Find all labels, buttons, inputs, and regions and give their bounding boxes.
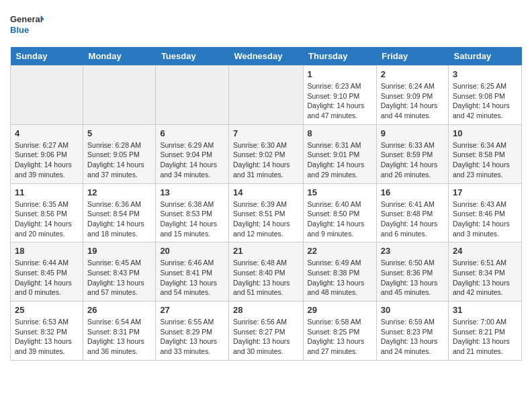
calendar-cell: 29Sunrise: 6:58 AM Sunset: 8:25 PM Dayli… — [303, 302, 376, 361]
day-number: 25 — [15, 305, 79, 315]
calendar-cell: 12Sunrise: 6:36 AM Sunset: 8:54 PM Dayli… — [83, 183, 156, 242]
calendar-week-row: 4Sunrise: 6:27 AM Sunset: 9:06 PM Daylig… — [11, 124, 522, 183]
calendar-cell: 25Sunrise: 6:53 AM Sunset: 8:32 PM Dayli… — [11, 302, 83, 361]
cell-content: Sunrise: 6:51 AM Sunset: 8:34 PM Dayligh… — [453, 258, 517, 298]
calendar-cell — [11, 66, 83, 125]
calendar-cell: 3Sunrise: 6:25 AM Sunset: 9:08 PM Daylig… — [449, 66, 522, 125]
day-number: 26 — [87, 305, 151, 315]
cell-content: Sunrise: 6:49 AM Sunset: 8:38 PM Dayligh… — [308, 258, 372, 298]
calendar-week-row: 25Sunrise: 6:53 AM Sunset: 8:32 PM Dayli… — [11, 302, 522, 361]
calendar-cell — [156, 66, 229, 125]
cell-content: Sunrise: 6:59 AM Sunset: 8:23 PM Dayligh… — [381, 317, 444, 357]
calendar-cell: 22Sunrise: 6:49 AM Sunset: 8:38 PM Dayli… — [303, 242, 376, 302]
day-number: 27 — [160, 305, 224, 315]
day-number: 30 — [381, 305, 444, 315]
cell-content: Sunrise: 6:58 AM Sunset: 8:25 PM Dayligh… — [308, 317, 372, 357]
calendar-cell: 17Sunrise: 6:43 AM Sunset: 8:46 PM Dayli… — [449, 183, 522, 242]
day-number: 2 — [381, 69, 444, 79]
day-number: 17 — [453, 187, 517, 197]
day-number: 15 — [308, 187, 372, 197]
weekday-header-monday: Monday — [83, 47, 156, 66]
page-header: General Blue — [10, 10, 522, 40]
calendar-cell: 8Sunrise: 6:31 AM Sunset: 9:01 PM Daylig… — [303, 124, 376, 183]
cell-content: Sunrise: 6:40 AM Sunset: 8:50 PM Dayligh… — [308, 199, 372, 239]
day-number: 7 — [233, 128, 299, 138]
calendar-table: SundayMondayTuesdayWednesdayThursdayFrid… — [10, 47, 522, 361]
day-number: 29 — [308, 305, 372, 315]
cell-content: Sunrise: 6:38 AM Sunset: 8:53 PM Dayligh… — [160, 199, 224, 239]
calendar-cell: 10Sunrise: 6:34 AM Sunset: 8:58 PM Dayli… — [449, 124, 522, 183]
calendar-cell: 28Sunrise: 6:56 AM Sunset: 8:27 PM Dayli… — [228, 302, 303, 361]
day-number: 18 — [15, 246, 79, 256]
calendar-cell: 16Sunrise: 6:41 AM Sunset: 8:48 PM Dayli… — [376, 183, 448, 242]
calendar-cell — [83, 66, 156, 125]
day-number: 3 — [453, 69, 517, 79]
day-number: 11 — [15, 187, 79, 197]
weekday-header-wednesday: Wednesday — [228, 47, 303, 66]
day-number: 16 — [381, 187, 444, 197]
weekday-header-sunday: Sunday — [11, 47, 83, 66]
calendar-cell: 15Sunrise: 6:40 AM Sunset: 8:50 PM Dayli… — [303, 183, 376, 242]
calendar-cell: 30Sunrise: 6:59 AM Sunset: 8:23 PM Dayli… — [376, 302, 448, 361]
cell-content: Sunrise: 6:34 AM Sunset: 8:58 PM Dayligh… — [453, 140, 517, 180]
calendar-cell: 19Sunrise: 6:45 AM Sunset: 8:43 PM Dayli… — [83, 242, 156, 302]
calendar-cell: 9Sunrise: 6:33 AM Sunset: 8:59 PM Daylig… — [376, 124, 448, 183]
cell-content: Sunrise: 6:48 AM Sunset: 8:40 PM Dayligh… — [233, 258, 299, 298]
weekday-header-tuesday: Tuesday — [156, 47, 229, 66]
cell-content: Sunrise: 6:44 AM Sunset: 8:45 PM Dayligh… — [15, 258, 79, 298]
cell-content: Sunrise: 6:55 AM Sunset: 8:29 PM Dayligh… — [160, 317, 224, 357]
day-number: 19 — [87, 246, 151, 256]
calendar-cell: 20Sunrise: 6:46 AM Sunset: 8:41 PM Dayli… — [156, 242, 229, 302]
cell-content: Sunrise: 6:23 AM Sunset: 9:10 PM Dayligh… — [308, 81, 372, 121]
day-number: 13 — [160, 187, 224, 197]
calendar-cell: 24Sunrise: 6:51 AM Sunset: 8:34 PM Dayli… — [449, 242, 522, 302]
calendar-cell: 21Sunrise: 6:48 AM Sunset: 8:40 PM Dayli… — [228, 242, 303, 302]
calendar-week-row: 1Sunrise: 6:23 AM Sunset: 9:10 PM Daylig… — [11, 66, 522, 125]
cell-content: Sunrise: 6:31 AM Sunset: 9:01 PM Dayligh… — [308, 140, 372, 180]
day-number: 9 — [381, 128, 444, 138]
day-number: 14 — [233, 187, 299, 197]
svg-text:General: General — [10, 14, 42, 24]
calendar-cell — [228, 66, 303, 125]
cell-content: Sunrise: 6:30 AM Sunset: 9:02 PM Dayligh… — [233, 140, 299, 180]
cell-content: Sunrise: 6:45 AM Sunset: 8:43 PM Dayligh… — [87, 258, 151, 298]
cell-content: Sunrise: 6:54 AM Sunset: 8:31 PM Dayligh… — [87, 317, 151, 357]
day-number: 10 — [453, 128, 517, 138]
weekday-header-friday: Friday — [376, 47, 448, 66]
calendar-week-row: 18Sunrise: 6:44 AM Sunset: 8:45 PM Dayli… — [11, 242, 522, 302]
cell-content: Sunrise: 6:35 AM Sunset: 8:56 PM Dayligh… — [15, 199, 79, 239]
cell-content: Sunrise: 6:41 AM Sunset: 8:48 PM Dayligh… — [381, 199, 444, 239]
cell-content: Sunrise: 6:28 AM Sunset: 9:05 PM Dayligh… — [87, 140, 151, 180]
day-number: 1 — [308, 69, 372, 79]
calendar-cell: 4Sunrise: 6:27 AM Sunset: 9:06 PM Daylig… — [11, 124, 83, 183]
svg-text:Blue: Blue — [10, 25, 29, 35]
day-number: 23 — [381, 246, 444, 256]
cell-content: Sunrise: 6:53 AM Sunset: 8:32 PM Dayligh… — [15, 317, 79, 357]
cell-content: Sunrise: 6:50 AM Sunset: 8:36 PM Dayligh… — [381, 258, 444, 298]
calendar-cell: 13Sunrise: 6:38 AM Sunset: 8:53 PM Dayli… — [156, 183, 229, 242]
day-number: 21 — [233, 246, 299, 256]
calendar-cell: 2Sunrise: 6:24 AM Sunset: 9:09 PM Daylig… — [376, 66, 448, 125]
calendar-cell: 18Sunrise: 6:44 AM Sunset: 8:45 PM Dayli… — [11, 242, 83, 302]
day-number: 20 — [160, 246, 224, 256]
calendar-cell: 5Sunrise: 6:28 AM Sunset: 9:05 PM Daylig… — [83, 124, 156, 183]
day-number: 4 — [15, 128, 79, 138]
day-number: 31 — [453, 305, 517, 315]
cell-content: Sunrise: 6:33 AM Sunset: 8:59 PM Dayligh… — [381, 140, 444, 180]
cell-content: Sunrise: 6:43 AM Sunset: 8:46 PM Dayligh… — [453, 199, 517, 239]
day-number: 24 — [453, 246, 517, 256]
cell-content: Sunrise: 6:56 AM Sunset: 8:27 PM Dayligh… — [233, 317, 299, 357]
cell-content: Sunrise: 6:46 AM Sunset: 8:41 PM Dayligh… — [160, 258, 224, 298]
cell-content: Sunrise: 6:36 AM Sunset: 8:54 PM Dayligh… — [87, 199, 151, 239]
calendar-cell: 11Sunrise: 6:35 AM Sunset: 8:56 PM Dayli… — [11, 183, 83, 242]
calendar-cell: 7Sunrise: 6:30 AM Sunset: 9:02 PM Daylig… — [228, 124, 303, 183]
day-number: 22 — [308, 246, 372, 256]
day-number: 28 — [233, 305, 299, 315]
weekday-header-row: SundayMondayTuesdayWednesdayThursdayFrid… — [11, 47, 522, 66]
calendar-cell: 23Sunrise: 6:50 AM Sunset: 8:36 PM Dayli… — [376, 242, 448, 302]
calendar-cell: 31Sunrise: 7:00 AM Sunset: 8:21 PM Dayli… — [449, 302, 522, 361]
calendar-cell: 6Sunrise: 6:29 AM Sunset: 9:04 PM Daylig… — [156, 124, 229, 183]
calendar-week-row: 11Sunrise: 6:35 AM Sunset: 8:56 PM Dayli… — [11, 183, 522, 242]
day-number: 6 — [160, 128, 224, 138]
calendar-cell: 27Sunrise: 6:55 AM Sunset: 8:29 PM Dayli… — [156, 302, 229, 361]
